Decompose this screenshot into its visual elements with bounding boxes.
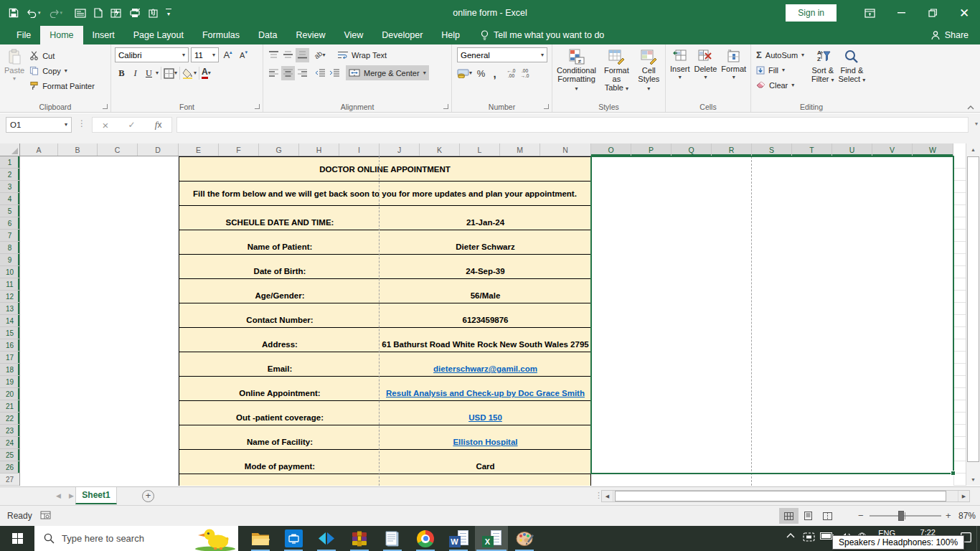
grid-overflow-column[interactable] [953,156,966,486]
tab-review[interactable]: Review [286,26,334,44]
zoom-in-icon[interactable]: + [946,510,951,521]
fill-color-icon[interactable] [182,68,194,79]
column-header-N[interactable]: N [540,143,591,156]
row-header-4[interactable]: 4 [0,193,19,205]
page-layout-view-icon[interactable] [798,508,818,524]
row-header-5[interactable]: 5 [0,205,19,217]
row-header-15[interactable]: 15 [0,327,19,339]
accounting-format-icon[interactable] [457,69,469,78]
orientation-icon[interactable]: ab▾ [310,48,330,62]
wrap-text-button[interactable]: Wrap Text [335,47,390,62]
save-icon[interactable] [9,8,19,18]
conditional-formatting-button[interactable]: ≠ ConditionalFormatting ▾ [555,47,598,101]
column-header-O[interactable]: O [591,143,631,156]
borders-icon[interactable] [164,68,174,79]
form-field-label[interactable]: Address: [179,328,380,352]
row-header-17[interactable]: 17 [0,352,19,364]
fill-handle[interactable] [951,471,956,476]
insert-cells-button[interactable]: Insert▾ [668,47,692,101]
comma-style-icon[interactable]: , [488,66,501,80]
column-header-G[interactable]: G [259,143,299,156]
column-header-W[interactable]: W [913,143,953,156]
row-header-12[interactable]: 12 [0,291,19,303]
page-break-preview-icon[interactable] [818,508,837,524]
tab-developer[interactable]: Developer [372,26,432,44]
insert-function-icon[interactable]: fx [155,119,162,131]
borders-dropdown-icon[interactable]: ▾ [174,70,177,76]
formula-input[interactable] [176,117,969,133]
tray-expand-icon[interactable] [786,532,795,538]
tab-help[interactable]: Help [432,26,469,44]
column-header-M[interactable]: M [500,143,540,156]
row-header-10[interactable]: 10 [0,266,19,278]
increase-decimal-icon[interactable]: ←.0.00 [504,66,518,80]
name-box-splitter[interactable]: ⋮ [77,118,86,128]
column-header-I[interactable]: I [339,143,380,156]
row-header-13[interactable]: 13 [0,303,19,315]
taskbar-search-input[interactable]: Type here to search [34,526,238,551]
taskbar-app-chrome[interactable] [409,526,442,551]
attachment-icon[interactable] [149,8,158,18]
column-header-D[interactable]: D [138,143,179,156]
row-header-9[interactable]: 9 [0,254,19,266]
redo-icon[interactable]: ▾ [49,9,63,18]
row-header-16[interactable]: 16 [0,339,19,352]
ribbon-display-options-icon[interactable] [854,0,885,26]
scroll-right-icon[interactable]: ▶ [958,491,969,501]
cell-styles-button[interactable]: CellStyles ▾ [635,47,663,101]
column-header-K[interactable]: K [420,143,460,156]
form-field-value[interactable]: Result Analysis and Check-up by Doc Grac… [380,377,590,400]
search-highlight-duck-image[interactable] [192,527,238,551]
customize-qat-icon[interactable]: ▾ [166,9,171,17]
formula-bar-expand-icon[interactable]: ▾ [975,121,978,127]
zoom-out-icon[interactable]: − [858,510,864,521]
font-size-select[interactable]: 11▾ [191,47,219,62]
vertical-scroll-thumb[interactable] [967,156,979,462]
form-field-value[interactable]: 61 Bathurst Road White Rock New South Wa… [380,328,590,352]
middle-align-icon[interactable] [281,48,295,62]
form-field-value[interactable]: 56/Male [380,279,590,303]
quick-analysis-icon[interactable] [110,8,121,18]
row-header-24[interactable]: 24 [0,437,19,449]
selected-range-O1-W26[interactable] [590,156,954,474]
form-field-value[interactable]: dieterschwarz@gamil.com [380,352,590,376]
scroll-up-icon[interactable]: ▲ [966,143,980,156]
taskbar-app-paint[interactable] [508,526,541,551]
fill-color-dropdown-icon[interactable]: ▾ [194,70,197,76]
form-field-label[interactable]: Email: [179,352,380,376]
taskbar-app-file-explorer[interactable] [244,526,277,551]
column-header-V[interactable]: V [872,143,913,156]
column-header-F[interactable]: F [219,143,259,156]
form-field-value[interactable]: 24-Sep-39 [380,255,590,278]
minimize-button[interactable] [885,0,917,26]
form-field-label[interactable]: Out -patient coverage: [179,401,380,425]
decrease-indent-icon[interactable] [313,66,326,80]
tab-view[interactable]: View [334,26,372,44]
row-header-25[interactable]: 25 [0,449,19,461]
form-field-label[interactable]: Contact Number: [179,303,380,327]
form-field-label[interactable]: Date of Birth: [179,255,380,278]
increase-indent-icon[interactable] [327,66,341,80]
delete-cells-button[interactable]: Delete▾ [692,47,720,101]
find-select-button[interactable]: Find &Select ▾ [837,47,868,101]
align-right-icon[interactable] [296,66,309,80]
form-field-value[interactable]: 21-Jan-24 [380,206,590,230]
scroll-down-icon[interactable]: ▼ [966,474,980,486]
row-header-1[interactable]: 1 [0,156,19,169]
restore-button[interactable] [917,0,948,26]
vm-status-icon[interactable] [803,532,815,542]
row-header-27[interactable]: 27 [0,474,19,486]
underline-button[interactable]: U [142,66,156,80]
percent-style-icon[interactable]: % [474,66,488,80]
column-header-U[interactable]: U [832,143,872,156]
form-field-value[interactable]: Elliston Hospital [380,425,590,449]
taskbar-app-notepad[interactable] [376,526,409,551]
tab-formulas[interactable]: Formulas [193,26,249,44]
column-header-L[interactable]: L [460,143,500,156]
bottom-align-icon[interactable] [296,48,309,62]
row-header-2[interactable]: 2 [0,169,19,181]
taskbar-app-remote-desktop[interactable] [277,526,310,551]
close-button[interactable]: ✕ [948,0,980,26]
column-header-J[interactable]: J [380,143,420,156]
alignment-dialog-launcher[interactable] [443,104,448,109]
